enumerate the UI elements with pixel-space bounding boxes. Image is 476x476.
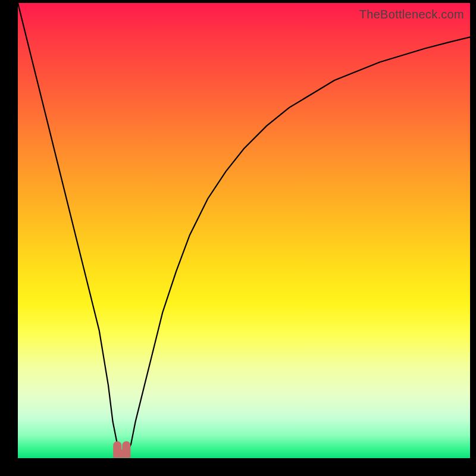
minimum-marker xyxy=(117,445,126,453)
chart-frame: TheBottleneck.com xyxy=(0,0,476,476)
bottleneck-curve-path xyxy=(18,3,470,453)
curve-layer xyxy=(18,3,470,458)
plot-area: TheBottleneck.com xyxy=(18,3,470,458)
